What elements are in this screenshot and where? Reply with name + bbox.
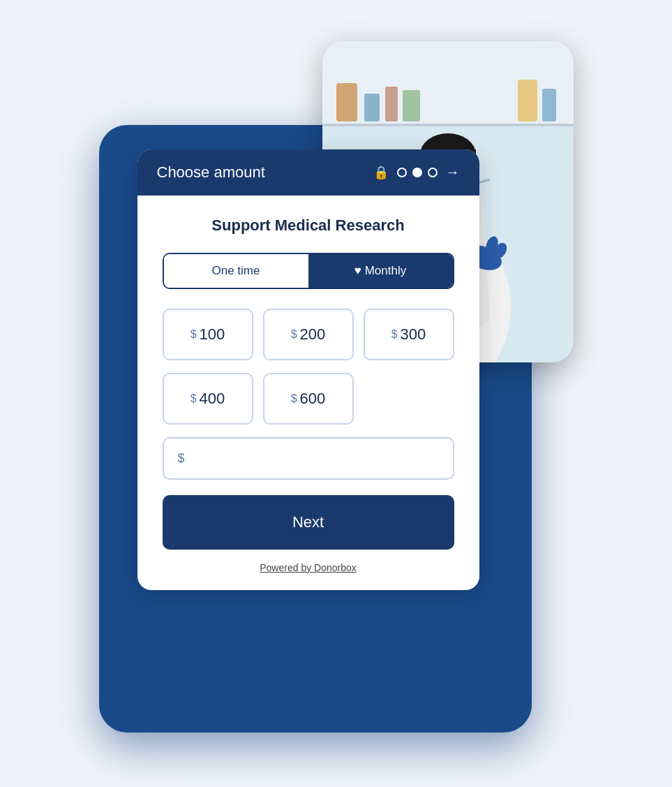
currency-symbol-5: $ — [291, 392, 297, 405]
custom-currency-symbol: $ — [178, 451, 185, 466]
monthly-label: Monthly — [365, 264, 407, 277]
header-controls: 🔒 → — [373, 164, 460, 180]
currency-symbol-3: $ — [391, 328, 398, 341]
forward-arrow-icon: → — [446, 164, 460, 180]
svg-rect-3 — [336, 83, 357, 122]
custom-amount-input[interactable] — [191, 451, 439, 466]
svg-rect-5 — [385, 87, 398, 122]
svg-rect-4 — [364, 94, 380, 122]
donation-widget: Choose amount 🔒 → Support Medical Resear… — [137, 149, 479, 590]
amount-300-button[interactable]: $ 300 — [364, 309, 454, 360]
amount-100-value: 100 — [200, 325, 225, 344]
amount-600-value: 600 — [300, 390, 326, 408]
currency-symbol-4: $ — [191, 392, 197, 405]
step-dot-3 — [428, 168, 438, 177]
amount-400-button[interactable]: $ 400 — [163, 373, 253, 425]
amount-grid-row2: $ 400 $ 600 — [163, 373, 454, 425]
svg-rect-6 — [403, 90, 420, 122]
step-indicator — [397, 168, 438, 177]
svg-rect-7 — [518, 80, 537, 122]
widget-header: Choose amount 🔒 → — [137, 149, 479, 196]
step-dot-2 — [412, 168, 422, 177]
amount-100-button[interactable]: $ 100 — [163, 309, 253, 360]
scene: Choose amount 🔒 → Support Medical Resear… — [99, 27, 574, 760]
currency-symbol-2: $ — [291, 328, 297, 341]
amount-200-value: 200 — [300, 325, 326, 344]
amount-200-button[interactable]: $ 200 — [263, 309, 354, 360]
widget-body: Support Medical Research One time ♥ Mont… — [137, 196, 479, 590]
amount-300-value: 300 — [401, 325, 426, 344]
campaign-title: Support Medical Research — [163, 216, 454, 235]
donorbox-link[interactable]: Powered by Donorbox — [260, 562, 357, 573]
amount-grid-row1: $ 100 $ 200 $ 300 — [163, 309, 454, 360]
svg-rect-8 — [542, 89, 556, 122]
amount-600-button[interactable]: $ 600 — [263, 373, 354, 425]
frequency-toggle: One time ♥ Monthly — [163, 253, 454, 289]
powered-by: Powered by Donorbox — [163, 562, 454, 573]
next-button[interactable]: Next — [163, 495, 454, 550]
currency-symbol-1: $ — [191, 328, 197, 341]
heart-icon: ♥ — [354, 264, 361, 277]
monthly-button[interactable]: ♥ Monthly — [308, 254, 453, 288]
lock-icon: 🔒 — [373, 165, 389, 180]
header-title: Choose amount — [157, 163, 265, 182]
custom-amount-wrapper: $ — [163, 437, 454, 480]
one-time-button[interactable]: One time — [164, 254, 308, 288]
step-dot-1 — [397, 168, 407, 177]
svg-rect-2 — [322, 124, 574, 126]
amount-400-value: 400 — [200, 390, 225, 408]
